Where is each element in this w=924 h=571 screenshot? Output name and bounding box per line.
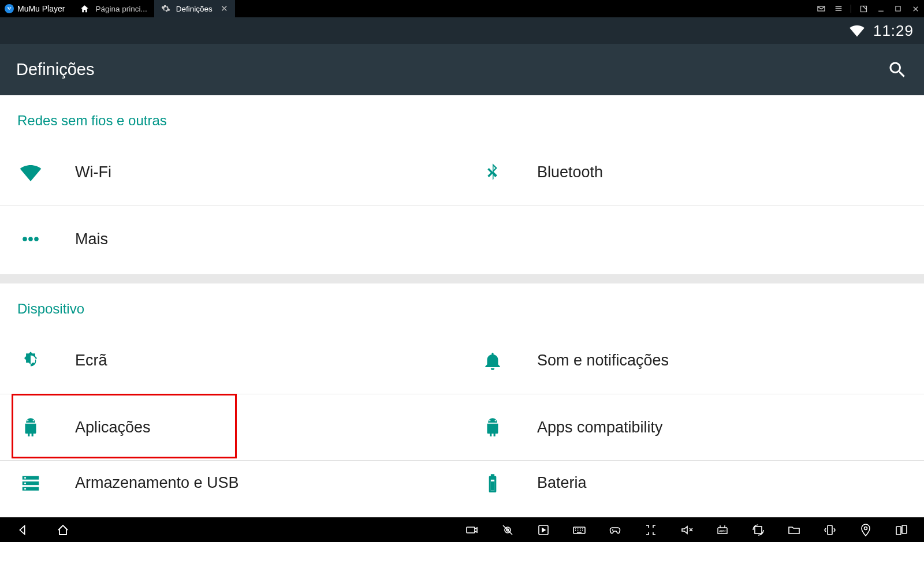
bottom-strip	[0, 542, 924, 571]
maximize-icon[interactable]	[893, 3, 903, 14]
item-label: Bluetooth	[537, 163, 603, 181]
home-icon	[80, 4, 90, 14]
item-label: Mais	[75, 230, 108, 248]
item-wifi[interactable]: Wi-Fi	[0, 139, 462, 206]
item-label: Armazenamento e USB	[75, 474, 239, 492]
svg-point-11	[24, 487, 26, 489]
android-compat-icon	[479, 414, 506, 441]
titlebar-left: MuMu Player Página princi... Definições …	[0, 0, 235, 17]
emulator-app-name: MuMu Player	[17, 4, 65, 13]
settings-content: Redes sem fios e outras Wi-Fi Bluetooth	[0, 95, 924, 517]
menu-icon[interactable]	[833, 3, 844, 14]
svg-point-5	[34, 237, 39, 241]
svg-rect-2	[896, 6, 900, 11]
gamepad-icon[interactable]	[606, 521, 624, 539]
screenshot-disabled-icon[interactable]	[499, 521, 516, 539]
apk-icon[interactable]: APK	[714, 521, 731, 539]
item-sound[interactable]: Som e notificações	[462, 327, 924, 394]
shake-icon[interactable]	[821, 521, 839, 539]
titlebar-right	[816, 0, 921, 17]
svg-point-10	[24, 482, 26, 484]
section-header-networks: Redes sem fios e outras	[0, 95, 924, 139]
bluetooth-icon	[479, 159, 506, 186]
settings-actionbar: Definições	[0, 44, 924, 95]
item-display[interactable]: Ecrã	[0, 327, 462, 394]
item-label: Aplicações	[75, 419, 151, 436]
wifi-status-icon	[849, 23, 865, 39]
item-more[interactable]: Mais	[0, 206, 462, 272]
mumu-logo-icon	[5, 4, 14, 13]
rotate-icon[interactable]	[750, 521, 767, 539]
nav-back-button[interactable]	[14, 521, 31, 539]
bell-icon	[479, 348, 506, 374]
tab-home[interactable]: Página princi...	[73, 0, 154, 17]
status-time: 11:29	[873, 22, 914, 40]
item-label: Bateria	[537, 474, 587, 492]
item-storage[interactable]: Armazenamento e USB	[0, 460, 462, 505]
wifi-icon	[17, 159, 44, 186]
svg-point-3	[23, 237, 27, 241]
tab-close-button[interactable]: ✕	[221, 3, 228, 14]
crop-icon[interactable]	[642, 521, 660, 539]
svg-point-4	[28, 237, 33, 241]
mail-icon[interactable]	[816, 3, 826, 14]
svg-rect-13	[467, 527, 475, 533]
multi-window-icon[interactable]	[893, 521, 910, 539]
close-window-icon[interactable]	[910, 3, 921, 14]
item-label: Ecrã	[75, 352, 107, 370]
location-icon[interactable]	[857, 521, 874, 539]
folder-icon[interactable]	[785, 521, 803, 539]
item-apps[interactable]: Aplicações	[0, 394, 462, 460]
item-battery[interactable]: Bateria	[462, 460, 924, 505]
item-empty	[462, 206, 924, 272]
svg-point-9	[24, 476, 26, 478]
section-divider	[0, 274, 924, 283]
android-icon	[17, 414, 44, 441]
android-nav-bar: APK	[0, 517, 924, 542]
keyboard-icon[interactable]	[571, 521, 588, 539]
fullscreen-icon[interactable]	[858, 3, 869, 14]
brightness-icon	[17, 348, 44, 374]
item-label: Som e notificações	[537, 352, 669, 370]
svg-rect-22	[896, 527, 901, 535]
nav-home-button[interactable]	[54, 521, 72, 539]
search-button[interactable]	[887, 59, 908, 80]
battery-icon	[479, 470, 506, 497]
section-networks: Redes sem fios e outras Wi-Fi Bluetooth	[0, 95, 924, 274]
item-bluetooth[interactable]: Bluetooth	[462, 139, 924, 206]
storage-icon	[17, 470, 44, 497]
section-device: Dispositivo Ecrã Som e notificações A	[0, 283, 924, 507]
item-label: Apps compatibility	[537, 419, 663, 436]
svg-rect-20	[828, 525, 832, 535]
svg-text:APK: APK	[719, 529, 726, 533]
section-header-device: Dispositivo	[0, 283, 924, 327]
play-icon[interactable]	[535, 521, 552, 539]
item-label: Wi-Fi	[75, 163, 111, 181]
gear-icon	[161, 4, 170, 13]
tab-settings[interactable]: Definições ✕	[154, 0, 235, 17]
mute-icon[interactable]	[678, 521, 695, 539]
svg-point-21	[865, 527, 867, 529]
titlebar-divider	[851, 5, 851, 13]
svg-rect-19	[755, 527, 762, 533]
tab-settings-label: Definições	[176, 5, 213, 13]
android-status-bar: 11:29	[0, 17, 924, 44]
item-apps-compat[interactable]: Apps compatibility	[462, 394, 924, 460]
minimize-icon[interactable]	[875, 3, 886, 14]
emulator-titlebar: MuMu Player Página princi... Definições …	[0, 0, 924, 17]
page-title: Definições	[16, 60, 94, 79]
record-icon[interactable]	[463, 521, 480, 539]
svg-rect-23	[902, 525, 907, 533]
tab-home-label: Página princi...	[95, 5, 147, 13]
more-icon	[17, 226, 44, 252]
svg-rect-12	[491, 481, 494, 490]
